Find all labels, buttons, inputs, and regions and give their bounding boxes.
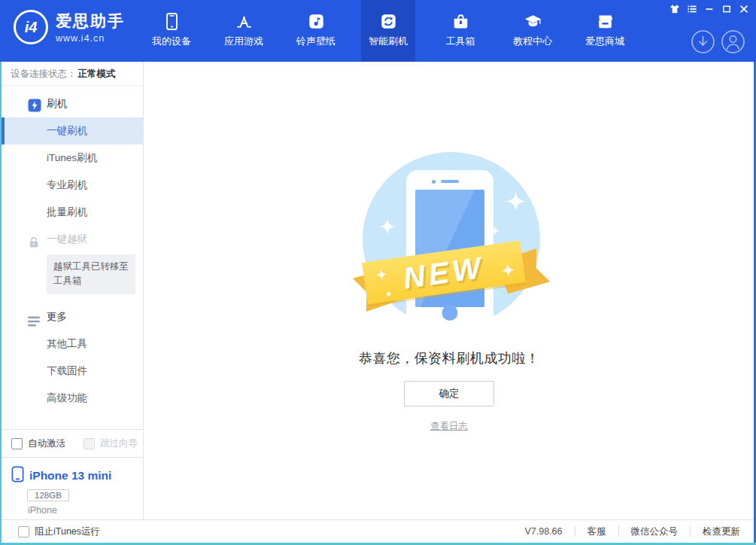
divider bbox=[618, 526, 619, 537]
store-icon bbox=[578, 10, 632, 32]
nav-item-my-device[interactable]: 我的设备 bbox=[144, 0, 199, 62]
sidebar-item-jailbreak: 一键越狱 bbox=[2, 226, 143, 253]
main-nav: 我的设备 应用游戏 铃声壁纸 智能刷机 bbox=[135, 0, 641, 62]
window-controls bbox=[669, 3, 749, 14]
toolbox-icon bbox=[433, 10, 487, 32]
device-status-label: 设备连接状态： bbox=[11, 69, 77, 79]
block-itunes-checkbox[interactable] bbox=[18, 526, 29, 537]
block-itunes-label: 阻止iTunes运行 bbox=[35, 525, 100, 538]
device-name: iPhone 13 mini bbox=[29, 469, 111, 483]
app-title: 爱思助手 bbox=[56, 11, 125, 32]
device-panel[interactable]: iPhone 13 mini 128GB iPhone bbox=[2, 457, 143, 519]
sparkle-icon bbox=[506, 191, 526, 212]
sidebar: 设备连接状态：正常模式 刷机 一键刷机 iTunes刷机 专业刷机 批量刷机 bbox=[2, 62, 144, 519]
download-manager-button[interactable] bbox=[691, 29, 715, 57]
nav-item-smart-flash[interactable]: 智能刷机 bbox=[361, 0, 415, 62]
sidebar-item-batch-flash[interactable]: 批量刷机 bbox=[2, 199, 143, 226]
nav-item-toolbox[interactable]: 工具箱 bbox=[433, 0, 487, 62]
device-icon bbox=[144, 10, 199, 32]
minimize-icon[interactable] bbox=[703, 3, 715, 14]
sparkle-dot bbox=[387, 292, 390, 296]
divider bbox=[575, 526, 575, 537]
nav-item-apps-games[interactable]: 应用游戏 bbox=[217, 0, 271, 62]
support-link[interactable]: 客服 bbox=[587, 525, 606, 538]
jailbreak-note: 越狱工具已转移至工具箱 bbox=[47, 254, 135, 294]
sidebar-item-itunes-flash[interactable]: iTunes刷机 bbox=[2, 145, 143, 172]
close-icon[interactable] bbox=[738, 3, 749, 14]
logo-icon: i4 bbox=[14, 10, 48, 44]
device-status-value: 正常模式 bbox=[78, 69, 116, 79]
tutorial-icon bbox=[506, 10, 560, 32]
device-status: 设备连接状态：正常模式 bbox=[2, 62, 143, 86]
app-window: i4 爱思助手 www.i4.cn 我的设备 应用游戏 bbox=[0, 0, 756, 545]
user-account-button[interactable] bbox=[721, 29, 745, 57]
sidebar-menu: 刷机 一键刷机 iTunes刷机 专业刷机 批量刷机 一键越狱 越狱工具已转移至… bbox=[2, 90, 143, 412]
version-label: V7.98.66 bbox=[524, 526, 562, 537]
success-illustration: NEW bbox=[354, 149, 549, 337]
view-log-link[interactable]: 查看日志 bbox=[144, 420, 754, 433]
skip-wizard-checkbox bbox=[83, 438, 95, 449]
sidebar-item-download-firmware[interactable]: 下载固件 bbox=[2, 358, 143, 385]
maximize-icon[interactable] bbox=[721, 3, 732, 14]
new-banner-text: NEW bbox=[401, 250, 487, 295]
smart-flash-icon bbox=[361, 10, 415, 32]
auto-activate-checkbox[interactable] bbox=[11, 438, 23, 449]
menu-list-icon[interactable] bbox=[686, 3, 697, 14]
sidebar-item-one-click-flash[interactable]: 一键刷机 bbox=[2, 117, 143, 145]
device-capacity-badge: 128GB bbox=[27, 489, 69, 501]
sidebar-item-flash[interactable]: 刷机 bbox=[2, 90, 143, 117]
header-actions bbox=[691, 29, 745, 57]
sidebar-item-more[interactable]: 更多 bbox=[2, 303, 143, 330]
auto-activate-label: 自动激活 bbox=[28, 437, 65, 450]
lock-icon bbox=[27, 233, 42, 248]
sidebar-item-pro-flash[interactable]: 专业刷机 bbox=[2, 172, 143, 199]
appstore-icon bbox=[217, 10, 271, 32]
sidebar-item-advanced-features[interactable]: 高级功能 bbox=[2, 385, 143, 412]
skip-wizard-label: 跳过向导 bbox=[100, 437, 138, 450]
phone-icon bbox=[11, 466, 24, 486]
app-header: i4 爱思助手 www.i4.cn 我的设备 应用游戏 bbox=[0, 0, 756, 62]
sidebar-item-other-tools[interactable]: 其他工具 bbox=[2, 330, 143, 358]
ringtone-icon bbox=[289, 10, 343, 32]
more-menu-icon bbox=[27, 311, 42, 326]
device-type: iPhone bbox=[28, 505, 143, 516]
sparkle-icon bbox=[490, 226, 500, 236]
sparkle-icon bbox=[379, 218, 396, 235]
flash-phone-icon bbox=[27, 96, 42, 111]
app-url: www.i4.cn bbox=[56, 33, 125, 44]
check-update-link[interactable]: 检查更新 bbox=[703, 525, 740, 538]
window-edge-left bbox=[0, 62, 2, 545]
success-message: 恭喜您，保资料刷机成功啦！ bbox=[144, 349, 754, 367]
main-content: NEW 恭喜您，保资料刷机成功啦！ 确定 查看日志 bbox=[144, 62, 754, 519]
wechat-official-link[interactable]: 微信公众号 bbox=[631, 525, 679, 538]
app-logo: i4 爱思助手 www.i4.cn bbox=[14, 10, 125, 44]
skin-icon[interactable] bbox=[669, 3, 680, 14]
nav-item-ringtones-wallpapers[interactable]: 铃声壁纸 bbox=[289, 0, 343, 62]
confirm-button[interactable]: 确定 bbox=[404, 381, 494, 406]
footer-bar: 阻止iTunes运行 V7.98.66 客服 微信公众号 检查更新 bbox=[2, 519, 754, 543]
nav-item-store[interactable]: 爱思商城 bbox=[578, 0, 632, 62]
activation-options: 自动激活 跳过向导 bbox=[2, 429, 143, 457]
nav-item-tutorials[interactable]: 教程中心 bbox=[506, 0, 560, 62]
divider bbox=[690, 526, 691, 537]
